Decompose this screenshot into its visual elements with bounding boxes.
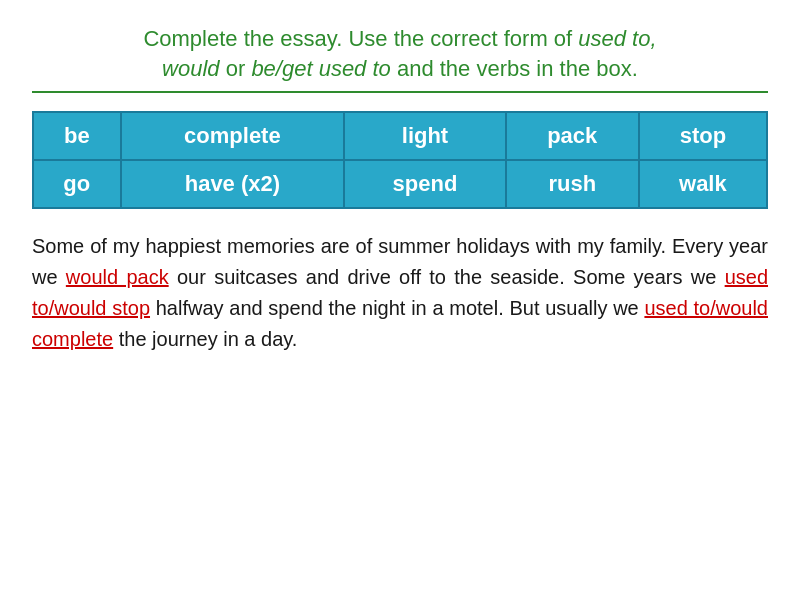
table-cell: spend — [344, 160, 506, 208]
page-container: Complete the essay. Use the correct form… — [0, 0, 800, 379]
word-table: be complete light pack stop go have (x2)… — [32, 111, 768, 209]
table-cell: stop — [639, 112, 767, 160]
divider — [32, 91, 768, 93]
essay-paragraph: Some of my happiest memories are of summ… — [32, 231, 768, 355]
essay-text-4: the journey in a day. — [113, 328, 297, 350]
table-cell: have (x2) — [121, 160, 345, 208]
table-cell: rush — [506, 160, 639, 208]
table-cell: walk — [639, 160, 767, 208]
table-row-2: go have (x2) spend rush walk — [33, 160, 767, 208]
answer-1: would pack — [66, 266, 169, 288]
table-cell: pack — [506, 112, 639, 160]
table-row-1: be complete light pack stop — [33, 112, 767, 160]
table-cell: light — [344, 112, 506, 160]
instruction-text: Complete the essay. Use the correct form… — [32, 24, 768, 83]
table-cell: go — [33, 160, 121, 208]
essay-text-3: halfway and spend the night in a motel. … — [150, 297, 644, 319]
table-cell: complete — [121, 112, 345, 160]
essay-text-2: our suitcases and drive off to the seasi… — [169, 266, 725, 288]
table-cell: be — [33, 112, 121, 160]
